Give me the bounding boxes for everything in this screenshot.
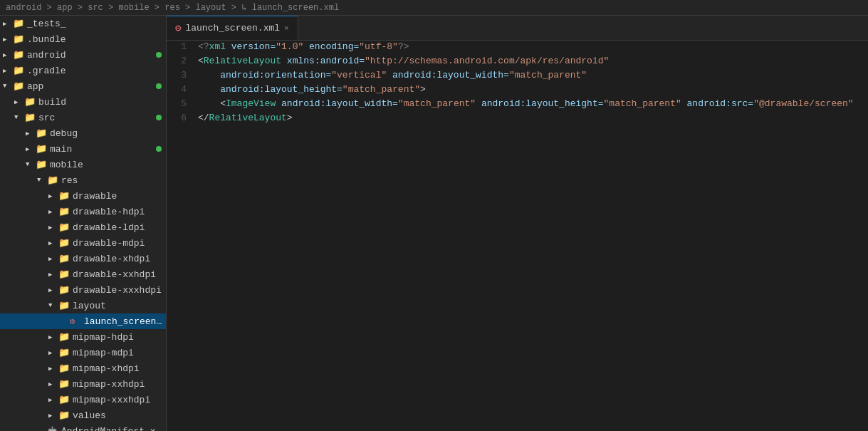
tree-label: drawable-ldpi: [73, 222, 166, 233]
tree-label: AndroidManifest.xml: [61, 426, 166, 432]
modified-dot: [156, 146, 162, 152]
folder-icon: 📁: [58, 237, 70, 249]
tree-arrow: ▼: [14, 114, 24, 121]
code-token: android:src=: [681, 98, 753, 109]
sidebar-item-res[interactable]: ▼📁res: [0, 172, 166, 188]
tree-label: .bundle: [27, 34, 166, 45]
sidebar-item-gradle[interactable]: ▶📁.gradle: [0, 63, 166, 78]
line-content: <RelativeLayout xmlns:android="http://sc…: [195, 55, 868, 69]
folder-icon: 📁: [58, 394, 70, 405]
tree-label: build: [38, 97, 166, 108]
tree-arrow: ▶: [26, 145, 36, 153]
code-token: ?>: [398, 41, 409, 52]
sidebar-item-mipmap-xhdpi[interactable]: ▶📁mipmap-xhdpi: [0, 360, 166, 376]
tree-arrow: ▶: [48, 412, 58, 420]
sidebar-item-AndroidManifest[interactable]: 🤖AndroidManifest.xml: [0, 423, 166, 431]
line-number: 2: [167, 55, 195, 69]
sidebar-item-launch_screen[interactable]: ⚙launch_screen.xml: [0, 313, 166, 329]
sidebar-item-app[interactable]: ▼📁app: [0, 78, 166, 94]
code-token: <: [198, 56, 204, 66]
tree-arrow: ▶: [48, 255, 58, 263]
tree-label: main: [50, 144, 156, 155]
tree-label: values: [73, 410, 166, 421]
line-content: </RelativeLayout>: [195, 112, 868, 126]
tree-label: res: [61, 175, 166, 186]
sidebar-item-mipmap-mdpi[interactable]: ▶📁mipmap-mdpi: [0, 345, 166, 360]
code-token: "http://schemas.android.com/apk/res/andr…: [365, 56, 609, 66]
tree-label: mipmap-hdpi: [73, 332, 166, 343]
tree-label: src: [38, 113, 156, 123]
code-token: >: [420, 84, 426, 95]
sidebar-item-debug[interactable]: ▶📁debug: [0, 125, 166, 141]
android-icon: 🤖: [47, 426, 58, 432]
sidebar-item-layout[interactable]: ▼📁layout: [0, 298, 166, 313]
code-token: RelativeLayout: [204, 56, 281, 66]
sidebar-item-main[interactable]: ▶📁main: [0, 141, 166, 157]
tree-arrow: ▶: [48, 286, 58, 294]
sidebar-item-src[interactable]: ▼📁src: [0, 110, 166, 125]
line-content: <?xml version="1.0" encoding="utf-8"?>: [195, 41, 868, 55]
sidebar-item-mobile[interactable]: ▼📁mobile: [0, 157, 166, 172]
xml-tab-icon: ⚙: [175, 22, 181, 34]
sidebar-item-drawable-xxhdpi[interactable]: ▶📁drawable-xxhdpi: [0, 266, 166, 282]
tree-arrow: ▶: [48, 349, 58, 357]
tree-arrow: ▶: [3, 20, 13, 28]
sidebar-item-drawable-mdpi[interactable]: ▶📁drawable-mdpi: [0, 235, 166, 251]
modified-dot: [156, 83, 162, 89]
modified-dot: [156, 115, 162, 120]
line-content: android:layout_height="match_parent">: [195, 83, 868, 98]
tree-arrow: ▶: [48, 208, 58, 216]
line-number: 6: [167, 112, 195, 126]
folder-icon: 📁: [58, 331, 70, 343]
sidebar-item-drawable-ldpi[interactable]: ▶📁drawable-ldpi: [0, 219, 166, 235]
sidebar-item-build[interactable]: ▶📁build: [0, 94, 166, 110]
code-token: android:layout_width=: [387, 70, 509, 81]
line-number: 1: [167, 41, 195, 55]
folder-icon: 📁: [58, 363, 70, 374]
tree-arrow: ▼: [26, 161, 36, 168]
code-token: "match_parent": [509, 70, 587, 81]
folder-icon: 📁: [47, 175, 58, 186]
tree-arrow: ▶: [48, 224, 58, 232]
tab-close-button[interactable]: ×: [284, 24, 289, 33]
code-token: ImageView: [226, 98, 276, 109]
tree-arrow: ▶: [14, 98, 24, 106]
code-token: RelativeLayout: [209, 113, 287, 123]
code-token: encoding=: [303, 41, 359, 52]
code-token: "utf-8": [359, 41, 398, 52]
code-editor[interactable]: ⚙ launch_screen.xml × 1<?xml version="1.…: [167, 16, 868, 431]
tab-launch-screen[interactable]: ⚙ launch_screen.xml ×: [167, 16, 298, 40]
code-token: "match_parent": [604, 98, 681, 109]
code-token: version=: [226, 41, 276, 52]
sidebar-item-tests[interactable]: ▶📁_tests_: [0, 16, 166, 31]
folder-icon: 📁: [13, 33, 24, 45]
tree-label: mipmap-xxhdpi: [73, 379, 166, 390]
tree-label: layout: [73, 301, 166, 311]
folder-icon: 📁: [58, 378, 70, 390]
sidebar-item-mipmap-xxxhdpi[interactable]: ▶📁mipmap-xxxhdpi: [0, 392, 166, 407]
line-number: 5: [167, 98, 195, 112]
code-token: xmlns:android=: [281, 56, 365, 66]
sidebar-item-drawable[interactable]: ▶📁drawable: [0, 188, 166, 204]
sidebar-item-drawable-xhdpi[interactable]: ▶📁drawable-xhdpi: [0, 251, 166, 266]
tree-arrow: ▶: [3, 51, 13, 59]
tree-arrow: ▼: [37, 177, 47, 184]
sidebar-item-drawable-xxxhdpi[interactable]: ▶📁drawable-xxxhdpi: [0, 282, 166, 298]
code-token: "1.0": [276, 41, 303, 52]
code-line: 3 android:orientation="vertical" android…: [167, 69, 868, 83]
tree-label: launch_screen.xml: [84, 316, 166, 327]
sidebar-item-android[interactable]: ▶📁android: [0, 47, 166, 63]
sidebar-item-drawable-hdpi[interactable]: ▶📁drawable-hdpi: [0, 204, 166, 219]
sidebar-item-mipmap-xxhdpi[interactable]: ▶📁mipmap-xxhdpi: [0, 376, 166, 392]
line-number: 4: [167, 83, 195, 98]
folder-icon: 📁: [58, 269, 70, 280]
tree-label: drawable-xxxhdpi: [73, 285, 166, 296]
sidebar-item-bundle[interactable]: ▶📁.bundle: [0, 31, 166, 47]
sidebar-item-mipmap-hdpi[interactable]: ▶📁mipmap-hdpi: [0, 329, 166, 345]
code-token: </: [198, 113, 209, 123]
tree-arrow: ▼: [3, 83, 13, 90]
code-token: android:layout_height=: [476, 98, 603, 109]
xml-icon: ⚙: [70, 316, 81, 327]
sidebar-item-values[interactable]: ▶📁values: [0, 407, 166, 423]
code-line: 4 android:layout_height="match_parent">: [167, 83, 868, 98]
